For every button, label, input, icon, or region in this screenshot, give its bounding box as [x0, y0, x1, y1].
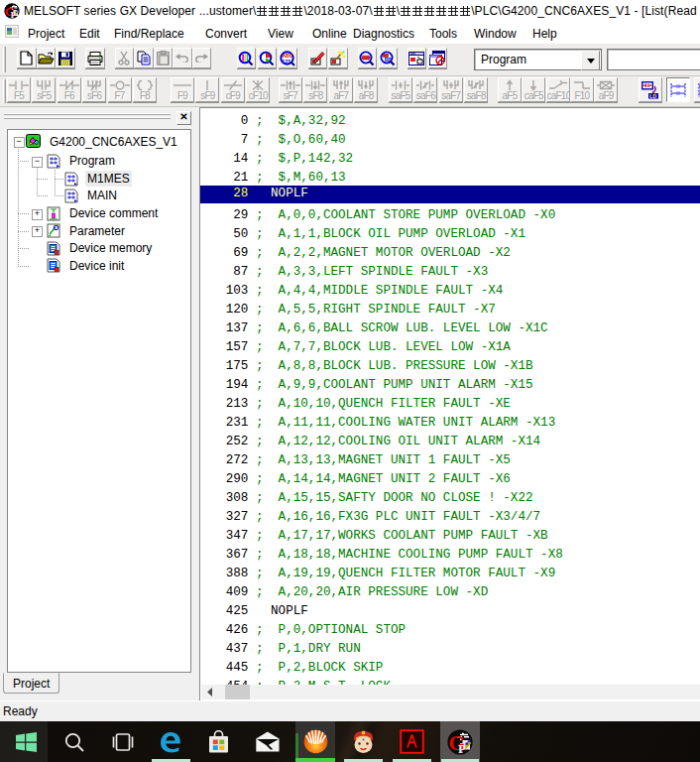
svg-text:P: P	[11, 10, 16, 19]
svg-text:P: P	[458, 740, 466, 755]
svg-text:LD: LD	[649, 93, 656, 99]
svg-text:123: 123	[283, 58, 292, 64]
